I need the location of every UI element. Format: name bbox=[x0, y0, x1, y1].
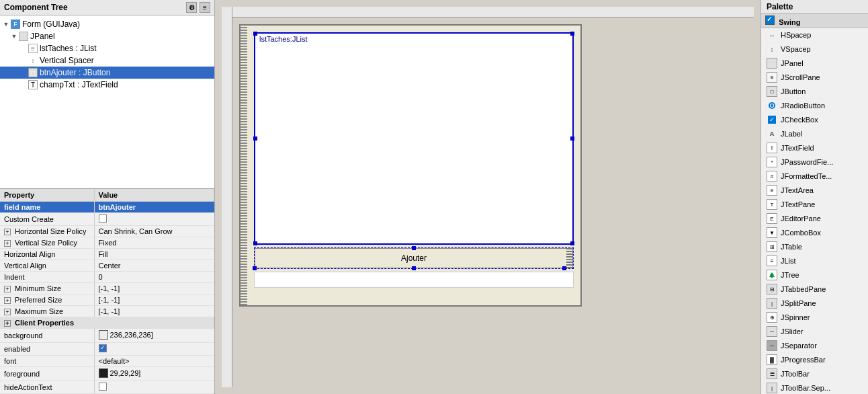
prop-row-prefsize[interactable]: + Preferred Size [-1, -1] bbox=[0, 294, 214, 306]
foreground-swatch[interactable]: 29,29,29] bbox=[99, 368, 141, 378]
expand-clientprops[interactable]: + bbox=[4, 320, 11, 327]
prop-row-maxsize[interactable]: + Maximum Size [-1, -1] bbox=[0, 306, 214, 317]
tree-item-btnajouter[interactable]: □ btnAjouter : JButton bbox=[0, 67, 214, 79]
palette-item-jpassword[interactable]: * JPasswordFie... bbox=[761, 155, 868, 169]
palette-item-jlabel[interactable]: A JLabel bbox=[761, 127, 868, 141]
vspacer-label: VSpacер bbox=[781, 45, 811, 53]
jtextfield-label: JTextField bbox=[781, 144, 814, 152]
jslider-label: JSlider bbox=[781, 327, 804, 336]
palette-item-jradio[interactable]: JRadioButton bbox=[761, 99, 868, 113]
palette-item-jpanel[interactable]: JPanel bbox=[761, 56, 868, 71]
arrow-form: ▼ bbox=[3, 21, 9, 28]
prop-row-clientprops[interactable]: + Client Properties bbox=[0, 317, 214, 329]
tree-item-vspacer[interactable]: ↕ Vertical Spacer bbox=[0, 54, 214, 67]
palette-item-jseparator[interactable]: ─ JSeparator bbox=[761, 339, 868, 353]
palette-item-jformatted[interactable]: # JFormattedTe... bbox=[761, 169, 868, 184]
background-color-box bbox=[99, 330, 108, 340]
prop-value-fieldname[interactable]: btnAjouter bbox=[94, 202, 214, 213]
tree-item-champtxt[interactable]: T champTxt : JTextField bbox=[0, 79, 214, 91]
palette-item-jcombobox[interactable]: ▼ JComboBox bbox=[761, 226, 868, 240]
prop-row-minsize[interactable]: + Minimum Size [-1, -1] bbox=[0, 283, 214, 294]
jtoolbar-icon: ☰ bbox=[767, 368, 777, 379]
palette-item-jscrollpane[interactable]: ≡ JScrollPane bbox=[761, 71, 868, 85]
jslider-icon: ─ bbox=[767, 326, 777, 337]
jradio-label: JRadioButton bbox=[781, 102, 825, 110]
form-window: lstTaches:JList Ajouter bbox=[239, 24, 582, 307]
expand-prefsize[interactable]: + bbox=[4, 297, 11, 304]
jformatted-icon: # bbox=[767, 171, 777, 182]
palette-item-jsplitpane[interactable]: | JSplitPane bbox=[761, 297, 868, 311]
palette-item-jspinner[interactable]: ⊕ JSpinner bbox=[761, 311, 868, 325]
palette-item-jtoolbar[interactable]: ☰ JToolBar bbox=[761, 367, 868, 381]
palette-item-jtoolbarsep[interactable]: | JToolBar.Sep... bbox=[761, 381, 868, 394]
palette-item-jcheckbox[interactable]: ✓ JCheckBox bbox=[761, 113, 868, 127]
palette-category-swing[interactable]: Swing bbox=[761, 14, 868, 28]
settings-icon[interactable]: ⚙ bbox=[186, 2, 197, 13]
expand-maxsize[interactable]: + bbox=[4, 309, 11, 315]
jpanel-label: JPanel bbox=[781, 59, 804, 67]
canvas-jbutton[interactable]: Ajouter bbox=[255, 248, 573, 268]
jeditor-label: JEditorPane bbox=[781, 214, 821, 223]
arrow-btnajouter bbox=[20, 69, 27, 76]
palette-item-jtextarea[interactable]: ≡ JTextArea bbox=[761, 184, 868, 198]
jtextarea-label: JTextArea bbox=[781, 186, 814, 194]
expand-minsize[interactable]: + bbox=[4, 286, 11, 292]
canvas-container: ↔ lstTaches:JList bbox=[222, 7, 754, 387]
tree-item-lsttaches[interactable]: ≡ lstTaches : JList bbox=[0, 42, 214, 54]
prop-label-customcreate: Custom Create bbox=[0, 213, 94, 226]
canvas-jtextfield-container[interactable] bbox=[254, 272, 574, 288]
prop-row-font[interactable]: font <default> bbox=[0, 356, 214, 367]
prop-row-halign[interactable]: Horizontal Align Fill bbox=[0, 249, 214, 260]
palette-item-jlist[interactable]: ≡ JList bbox=[761, 254, 868, 268]
palette-item-hspacer[interactable]: ↔ HSpacер bbox=[761, 28, 868, 42]
jlist-label: lstTaches:JList bbox=[258, 35, 309, 43]
prop-row-valign[interactable]: Vertical Align Center bbox=[0, 260, 214, 272]
palette-item-jtextfield[interactable]: T JTextField bbox=[761, 141, 868, 155]
tree-item-form[interactable]: ▼ F Form (GUIJava) bbox=[0, 18, 214, 30]
palette-item-jeditorpane[interactable]: E JEditorPane bbox=[761, 212, 868, 226]
palette-item-vspacer[interactable]: ↕ VSpacер bbox=[761, 42, 868, 56]
palette-item-jtabbedpane[interactable]: ⊟ JTabbedPane bbox=[761, 282, 868, 297]
canvas-jlist[interactable]: lstTaches:JList bbox=[254, 32, 574, 245]
prop-row-vsize[interactable]: + Vertical Size Policy Fixed bbox=[0, 237, 214, 249]
prop-row-hsize[interactable]: + Horizontal Size Policy Can Shrink, Can… bbox=[0, 226, 214, 237]
prop-label-valign: Vertical Align bbox=[0, 260, 94, 272]
enabled-checkbox[interactable] bbox=[99, 344, 107, 352]
jsep-icon: ─ bbox=[767, 340, 777, 351]
prop-label-enabled: enabled bbox=[0, 343, 94, 356]
prop-value-enabled bbox=[94, 343, 214, 356]
canvas-jbutton-container[interactable]: Ajouter bbox=[254, 247, 574, 269]
hspacer-icon: ↔ bbox=[767, 30, 777, 40]
tree-item-jpanel[interactable]: ▼ JPanel bbox=[0, 30, 214, 42]
customcreate-checkbox[interactable] bbox=[99, 214, 107, 223]
prop-row-foreground[interactable]: foreground 29,29,29] bbox=[0, 367, 214, 381]
jtable-icon: ⊞ bbox=[767, 241, 777, 252]
foreground-color-box bbox=[99, 368, 108, 378]
palette-item-jbutton[interactable]: □ JButton bbox=[761, 85, 868, 99]
prop-row-customcreate[interactable]: Custom Create bbox=[0, 213, 214, 226]
jtree-icon: 🌲 bbox=[767, 270, 777, 280]
prop-row-fieldname[interactable]: field name btnAjouter bbox=[0, 202, 214, 213]
palette-item-jprogressbar[interactable]: ▓ JProgressBar bbox=[761, 353, 868, 367]
prop-row-indent[interactable]: Indent 0 bbox=[0, 272, 214, 283]
background-swatch[interactable]: 236,236,236] bbox=[99, 330, 153, 340]
prop-value-hideactiontext bbox=[94, 381, 214, 394]
jsplit-icon: | bbox=[767, 298, 777, 309]
hideactiontext-checkbox[interactable] bbox=[99, 383, 107, 391]
palette-item-jtree[interactable]: 🌲 JTree bbox=[761, 268, 868, 282]
prop-row-background[interactable]: background 236,236,236] bbox=[0, 329, 214, 343]
palette-item-jtable[interactable]: ⊞ JTable bbox=[761, 240, 868, 254]
right-panel: Palette Swing ↔ HSpacер ↕ VSpacер JPanel… bbox=[761, 0, 868, 394]
handle-btn-tc bbox=[412, 246, 416, 250]
prop-value-valign: Center bbox=[94, 260, 214, 272]
ruler-vertical bbox=[222, 7, 232, 387]
expand-hsize[interactable]: + bbox=[4, 229, 11, 235]
component-tree: ▼ F Form (GUIJava) ▼ JPanel ≡ lstTaches … bbox=[0, 15, 214, 188]
prop-row-enabled[interactable]: enabled bbox=[0, 343, 214, 356]
menu-icon[interactable]: ≡ bbox=[200, 2, 210, 13]
prop-row-hideactiontext[interactable]: hideActionText bbox=[0, 381, 214, 394]
jpassword-icon: * bbox=[767, 157, 777, 167]
palette-item-jslider[interactable]: ─ JSlider bbox=[761, 325, 868, 339]
expand-vsize[interactable]: + bbox=[4, 240, 11, 247]
palette-item-jtextpane[interactable]: T JTextPane bbox=[761, 198, 868, 212]
